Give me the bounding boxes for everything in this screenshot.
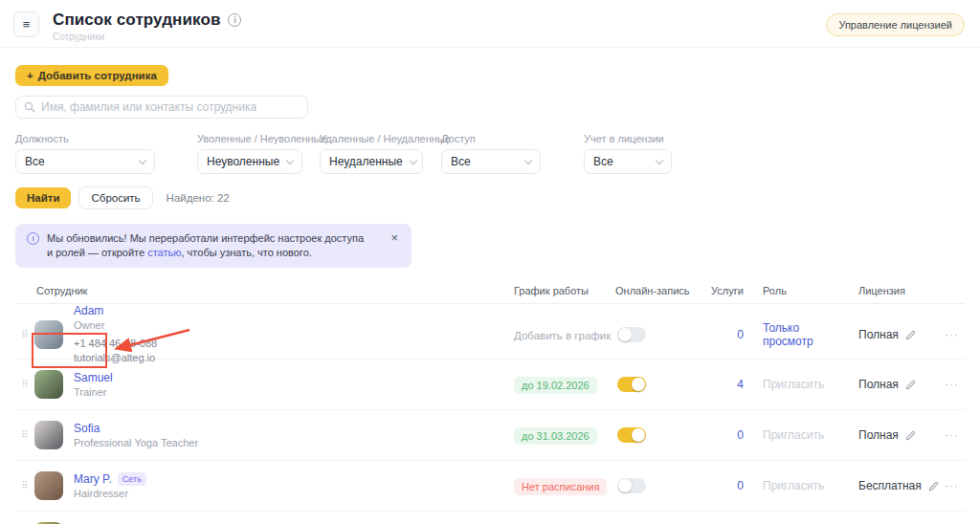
employee-contacts: +1 484 46-08-088tutorials@alteg.io (74, 337, 157, 365)
col-online-booking: Онлайн-запись (615, 285, 711, 296)
drag-handle-icon[interactable]: ⠿ (15, 330, 34, 339)
avatar[interactable] (34, 421, 63, 449)
filters-row: Должность Все Уволенные / Неуволенные Не… (15, 133, 965, 174)
info-icon[interactable]: i (228, 13, 241, 27)
schedule-status-badge: Нет расписания (514, 478, 607, 495)
services-cell: 4 (711, 378, 744, 391)
find-button[interactable]: Найти (15, 187, 71, 208)
reset-button[interactable]: Сбросить (78, 186, 152, 209)
avatar[interactable] (34, 320, 63, 349)
col-role: Роль (744, 285, 849, 296)
filter-license-select[interactable]: Все (584, 149, 672, 174)
filter-deleted-label: Удаленные / Неудаленные (320, 133, 441, 144)
drag-handle-icon[interactable]: ⠿ (15, 430, 34, 440)
table-row: ⠿ Mary P. Сеть Hairdresser Нет расписани… (15, 461, 965, 512)
filter-dismissed-value: Неуволенные (207, 155, 279, 168)
drag-handle-icon[interactable]: ⠿ (15, 481, 34, 491)
avatar[interactable] (34, 370, 63, 399)
role-link[interactable]: Пригласить (763, 428, 824, 442)
employee-cell: Adam Owner +1 484 46-08-088tutorials@alt… (34, 304, 514, 365)
filter-deleted-select[interactable]: Неудаленные (320, 149, 423, 174)
filter-access-value: Все (451, 155, 471, 168)
employee-phone: +1 484 46-08-088 (74, 337, 157, 351)
search-actions-row: Найти Сбросить Найдено: 22 (15, 186, 965, 209)
drag-handle-icon[interactable]: ⠿ (15, 380, 34, 389)
services-cell: 0 (711, 479, 744, 492)
schedule-status-badge: до 31.03.2026 (514, 427, 597, 445)
chevron-down-icon (656, 156, 663, 164)
employee-position: Hairdresser (74, 488, 146, 499)
license-cell: Полная (849, 378, 935, 391)
role-cell: Пригласить (744, 428, 849, 442)
table-header-row: Сотрудник График работы Онлайн-запись Ус… (15, 277, 965, 304)
col-services: Услуги (711, 285, 744, 296)
row-menu-icon[interactable]: ··· (935, 428, 965, 442)
filter-position: Должность Все (15, 133, 197, 174)
hamburger-icon: ≡ (23, 17, 31, 32)
hamburger-menu-button[interactable]: ≡ (13, 11, 39, 37)
role-link[interactable]: Пригласить (763, 378, 824, 391)
avatar[interactable] (34, 471, 63, 500)
banner-article-link[interactable]: статью (147, 247, 181, 258)
role-cell: Пригласить (744, 378, 849, 391)
col-employee: Сотрудник (34, 285, 514, 296)
row-menu-icon[interactable]: ··· (935, 479, 965, 492)
role-link[interactable]: Только просмотр (763, 321, 813, 348)
banner-text: Мы обновились! Мы переработали интерфейс… (47, 231, 369, 260)
edit-pencil-icon[interactable] (905, 430, 916, 441)
employee-cell: Mary P. Сеть Hairdresser (34, 471, 514, 500)
table-row: ⠿ Adam Trainer до 04.02.2026 80 Пригласи… (15, 512, 965, 524)
license-label: Полная (858, 378, 899, 391)
role-cell: Только просмотр (744, 321, 849, 348)
row-menu-icon[interactable]: ··· (935, 328, 965, 341)
online-booking-toggle[interactable] (617, 377, 646, 392)
edit-pencil-icon[interactable] (905, 330, 916, 340)
filter-license: Учет в лицензии Все (584, 133, 672, 174)
filter-license-label: Учет в лицензии (584, 133, 672, 144)
manage-license-button[interactable]: Управление лицензией (826, 13, 965, 36)
employee-name-link[interactable]: Sofia (74, 422, 100, 435)
employee-position: Owner (74, 319, 157, 331)
employee-email: tutorials@alteg.io (74, 351, 157, 365)
table-row: ⠿ Adam Owner +1 484 46-08-088tutorials@a… (15, 304, 965, 360)
employee-position: Professional Yoga Teacher (74, 437, 198, 448)
schedule-status-badge: до 19.02.2026 (514, 377, 597, 394)
filter-position-select[interactable]: Все (15, 149, 155, 174)
filter-license-value: Все (593, 155, 613, 168)
row-menu-icon[interactable]: ··· (935, 378, 965, 391)
employees-table: Сотрудник График работы Онлайн-запись Ус… (15, 277, 965, 524)
filter-deleted: Удаленные / Неудаленные Неудаленные (320, 133, 441, 174)
search-input[interactable] (41, 100, 300, 114)
employee-name-link[interactable]: Samuel (74, 371, 113, 384)
services-count-link[interactable]: 0 (711, 428, 744, 442)
filter-access-label: Доступ (441, 133, 584, 144)
online-booking-toggle[interactable] (617, 478, 646, 493)
services-count-link[interactable]: 0 (711, 479, 744, 492)
filter-dismissed-select[interactable]: Неуволенные (197, 149, 302, 174)
services-count-link[interactable]: 0 (711, 328, 744, 341)
employee-name-link[interactable]: Mary P. (74, 472, 112, 486)
role-link[interactable]: Пригласить (763, 479, 824, 492)
employee-cell: Samuel Trainer (34, 370, 514, 399)
table-row: ⠿ Samuel Trainer до 19.02.2026 4 Приглас… (15, 360, 965, 410)
filter-dismissed: Уволенные / Неуволенные Неуволенные (197, 133, 320, 174)
banner-info-icon: i (27, 232, 39, 245)
online-booking-cell (615, 377, 711, 392)
employee-cell: Sofia Professional Yoga Teacher (34, 421, 514, 449)
breadcrumb: Сотрудники (53, 32, 241, 42)
role-cell: Пригласить (744, 479, 849, 492)
license-label: Полная (858, 328, 899, 341)
search-field[interactable] (15, 96, 308, 119)
online-booking-toggle[interactable] (617, 427, 646, 443)
online-booking-cell (615, 427, 711, 443)
add-to-schedule-link[interactable]: Добавить в график (514, 330, 611, 341)
services-count-link[interactable]: 4 (711, 378, 744, 391)
chevron-down-icon (409, 156, 416, 164)
online-booking-toggle[interactable] (617, 327, 646, 342)
filter-access-select[interactable]: Все (441, 149, 541, 174)
employee-name-link[interactable]: Adam (74, 304, 103, 317)
banner-close-icon[interactable]: × (390, 231, 398, 244)
add-employee-button[interactable]: + Добавить сотрудника (15, 65, 168, 86)
edit-pencil-icon[interactable] (905, 380, 916, 390)
schedule-cell: Добавить в график (514, 326, 615, 343)
